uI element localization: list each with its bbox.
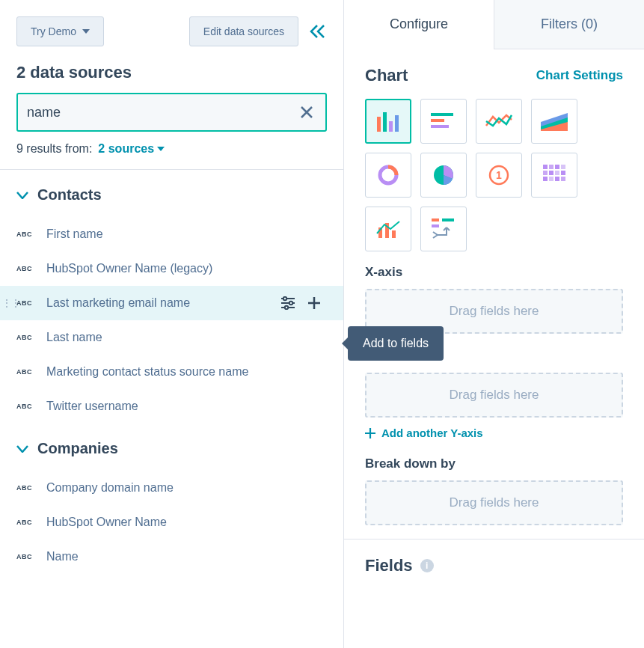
field-label: First name (46, 227, 103, 241)
settings-icon[interactable] (280, 296, 295, 310)
field-label: Marketing contact status source name (46, 365, 248, 379)
data-sources-heading: 2 data sources (0, 63, 343, 93)
svg-rect-28 (392, 230, 396, 238)
svg-point-0 (283, 297, 286, 300)
text-type-icon: ABC (16, 368, 34, 376)
svg-rect-14 (543, 165, 548, 169)
chart-type-kpi[interactable]: 1 (476, 153, 522, 198)
field-label: Name (46, 550, 79, 563)
edit-data-sources-button[interactable]: Edit data sources (189, 16, 298, 46)
svg-rect-17 (561, 165, 565, 169)
svg-rect-16 (555, 165, 559, 169)
field-label: Company domain name (46, 481, 174, 495)
text-type-icon: ABC (16, 403, 34, 410)
clear-search-icon[interactable] (297, 103, 316, 122)
svg-rect-18 (543, 171, 548, 175)
chart-type-hbar[interactable] (420, 99, 467, 144)
caret-down-icon (157, 147, 165, 151)
fields-section-title: Fields (365, 556, 413, 575)
edit-data-sources-label: Edit data sources (203, 25, 284, 37)
try-demo-button[interactable]: Try Demo (16, 16, 104, 46)
tab-configure[interactable]: Configure (344, 0, 494, 49)
field-label: HubSpot Owner Name (legacy) (46, 262, 212, 275)
text-type-icon: ABC (16, 265, 34, 272)
svg-rect-5 (389, 121, 393, 132)
text-type-icon: ABC (16, 553, 34, 560)
field-row[interactable]: ABC First name (0, 217, 343, 251)
chart-type-donut[interactable] (365, 153, 411, 198)
caret-down-icon (82, 29, 90, 34)
collapse-panel-icon[interactable] (306, 21, 330, 42)
group-title: Companies (37, 440, 118, 457)
chevron-down-icon (16, 192, 28, 199)
chart-type-heatmap[interactable] (531, 153, 577, 198)
svg-rect-25 (561, 177, 565, 181)
field-label: Twitter username (46, 400, 138, 413)
field-row[interactable]: ABC Twitter username (0, 389, 343, 424)
group-header-companies[interactable]: Companies (0, 424, 343, 471)
breakdown-dropzone[interactable]: Drag fields here (365, 480, 623, 525)
chart-type-line[interactable] (476, 99, 522, 144)
svg-rect-20 (555, 171, 559, 175)
chart-section-title: Chart (365, 66, 408, 85)
svg-text:1: 1 (496, 169, 502, 181)
chart-type-bar[interactable] (365, 99, 411, 144)
svg-rect-21 (561, 171, 565, 175)
svg-rect-7 (431, 113, 453, 116)
tooltip-add-to-fields: Add to fields (348, 326, 444, 361)
field-row[interactable]: ABC Last name (0, 320, 343, 355)
field-row[interactable]: ⋮⋮ ABC Last marketing email name (0, 286, 343, 320)
add-field-icon[interactable] (307, 296, 321, 310)
text-type-icon: ABC (16, 230, 34, 238)
text-type-icon: ABC (16, 334, 34, 341)
field-row[interactable]: ABC Company domain name (0, 471, 343, 505)
search-input[interactable] (27, 105, 297, 120)
search-field-container[interactable] (16, 93, 327, 132)
field-row[interactable]: ABC Name (0, 540, 343, 574)
chart-type-area[interactable] (531, 99, 577, 144)
svg-rect-6 (395, 115, 399, 132)
results-sources-link[interactable]: 2 sources (98, 142, 165, 156)
chart-settings-link[interactable]: Chart Settings (536, 68, 623, 83)
text-type-icon: ABC (16, 519, 34, 526)
svg-rect-4 (383, 112, 387, 132)
svg-rect-24 (555, 177, 559, 181)
chart-type-pivot[interactable] (420, 207, 467, 251)
svg-rect-9 (431, 125, 449, 128)
svg-rect-23 (549, 177, 553, 181)
field-row[interactable]: ABC HubSpot Owner Name (legacy) (0, 251, 343, 286)
xaxis-label: X-axis (365, 265, 623, 280)
chevron-down-icon (16, 445, 28, 453)
svg-rect-3 (377, 117, 381, 132)
chart-type-pie[interactable] (420, 153, 467, 198)
svg-rect-15 (549, 165, 553, 169)
plus-icon (365, 428, 375, 438)
yaxis-dropzone[interactable]: Drag fields here (365, 373, 623, 418)
svg-rect-19 (549, 171, 553, 175)
svg-rect-31 (432, 224, 439, 227)
drag-handle-icon[interactable]: ⋮⋮ (1, 297, 19, 309)
field-label: HubSpot Owner Name (46, 516, 167, 529)
svg-point-2 (285, 306, 288, 309)
svg-rect-30 (442, 218, 454, 221)
breakdown-label: Break down by (365, 456, 623, 471)
svg-point-1 (289, 302, 292, 305)
results-count-label: 9 results from: (16, 142, 92, 156)
add-yaxis-link[interactable]: Add another Y-axis (365, 427, 483, 439)
info-icon[interactable]: i (420, 559, 434, 572)
svg-rect-29 (432, 218, 439, 221)
field-row[interactable]: ABC Marketing contact status source name (0, 355, 343, 389)
field-row[interactable]: ABC HubSpot Owner Name (0, 505, 343, 540)
try-demo-label: Try Demo (31, 25, 76, 37)
field-label: Last name (46, 331, 102, 344)
svg-rect-22 (543, 177, 548, 181)
group-header-contacts[interactable]: Contacts (0, 170, 343, 217)
tab-filters[interactable]: Filters (0) (494, 0, 644, 49)
field-label: Last marketing email name (46, 296, 190, 310)
chart-type-combo[interactable] (365, 207, 411, 251)
svg-rect-8 (431, 119, 444, 122)
chart-type-grid: 1 (365, 99, 623, 251)
text-type-icon: ABC (16, 484, 34, 492)
group-title: Contacts (37, 186, 102, 204)
